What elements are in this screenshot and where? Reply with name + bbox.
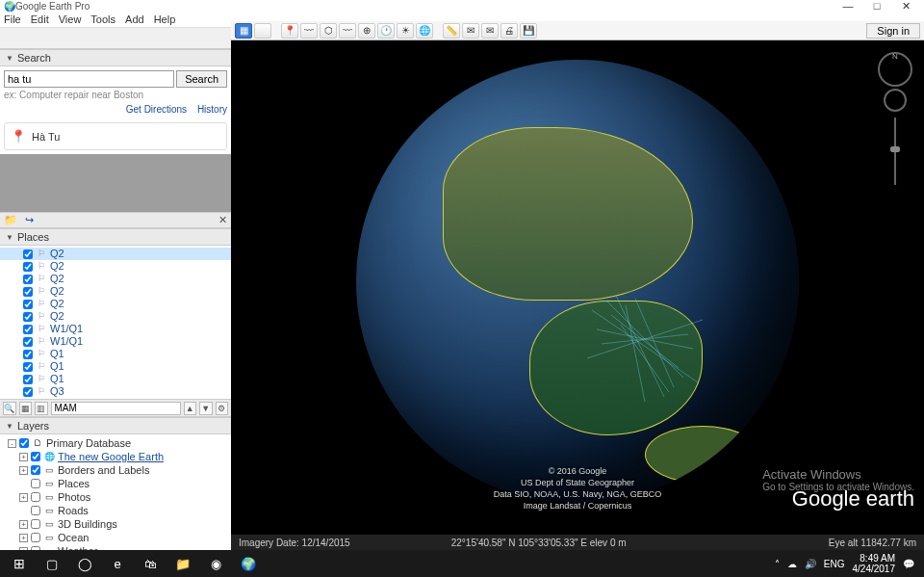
down-button[interactable]: ▼ [199, 402, 213, 415]
menu-help[interactable]: Help [154, 13, 176, 25]
expand-icon[interactable]: - [8, 439, 16, 448]
tray-language[interactable]: ENG [824, 559, 845, 569]
search-panel-header[interactable]: ▼ Search [0, 49, 231, 66]
cortana-icon[interactable]: ◯ [69, 552, 100, 575]
place-checkbox[interactable] [23, 337, 33, 347]
place-checkbox[interactable] [23, 262, 33, 272]
layers-panel-header[interactable]: ▼ Layers [0, 417, 231, 434]
place-checkbox[interactable] [23, 312, 33, 322]
opts-button[interactable]: ⚙ [216, 402, 229, 415]
layer-item[interactable]: +▭Photos [0, 490, 231, 504]
zoom-thumb[interactable] [890, 146, 900, 152]
get-directions-link[interactable]: Get Directions [126, 104, 187, 115]
place-checkbox[interactable] [23, 275, 33, 284]
clear-icon[interactable]: ✕ [218, 214, 227, 226]
layer-checkbox[interactable] [19, 438, 29, 448]
layer-item[interactable]: +▭Ocean [0, 531, 231, 544]
add-path-icon[interactable]: ↪ [25, 214, 34, 226]
layer-item[interactable]: +▭3D Buildings [0, 517, 231, 531]
place-item[interactable]: ⚐Q1 [0, 348, 231, 360]
taskbar-app-explorer[interactable]: 📁 [167, 552, 198, 575]
search-button[interactable]: Search [176, 70, 227, 88]
menu-edit[interactable]: Edit [31, 13, 49, 25]
tray-onedrive-icon[interactable]: ☁ [787, 559, 797, 569]
place-checkbox[interactable] [23, 287, 33, 297]
layer-item[interactable]: -🗋Primary Database [0, 436, 231, 450]
viewport-tool-4[interactable]: ⬡ [320, 23, 337, 39]
search-result[interactable]: 📍 Hà Tu [4, 122, 227, 150]
navigation-widget[interactable]: N [876, 50, 914, 191]
menu-tools[interactable]: Tools [90, 13, 116, 25]
viewport-tool-12[interactable]: ✉ [481, 23, 499, 39]
taskbar-app-edge[interactable]: e [102, 552, 133, 575]
history-link[interactable]: History [197, 104, 227, 115]
tray-volume-icon[interactable]: 🔊 [805, 559, 816, 569]
taskbar-app-chrome[interactable]: ◉ [200, 552, 231, 575]
sign-in-button[interactable]: Sign in [866, 23, 920, 39]
maximize-button[interactable]: □ [862, 0, 891, 12]
expand-icon[interactable]: + [19, 493, 28, 502]
layer-item[interactable]: +▭Borders and Labels [0, 463, 231, 477]
place-checkbox[interactable] [23, 300, 33, 309]
layer-item[interactable]: +🌐The new Google Earth [0, 450, 231, 463]
view-icon[interactable]: ▦ [19, 402, 33, 415]
tray-caret-icon[interactable]: ˄ [775, 559, 780, 569]
place-checkbox[interactable] [23, 249, 33, 259]
viewport-tool-8[interactable]: ☀ [397, 23, 414, 39]
layer-checkbox[interactable] [31, 465, 40, 475]
search-input[interactable] [4, 70, 174, 88]
menu-file[interactable]: File [4, 13, 21, 25]
minimize-button[interactable]: — [834, 0, 862, 12]
place-checkbox[interactable] [23, 362, 33, 372]
places-panel-header[interactable]: ▼ Places [0, 228, 231, 246]
place-item[interactable]: ⚐Q1 [0, 360, 231, 373]
layer-checkbox[interactable] [31, 519, 40, 529]
place-item[interactable]: ⚐Q2 [0, 248, 231, 260]
expand-icon[interactable]: + [19, 534, 28, 542]
menu-add[interactable]: Add [125, 13, 144, 25]
expand-icon[interactable]: + [19, 520, 28, 529]
zoom-slider[interactable] [894, 118, 896, 185]
place-checkbox[interactable] [23, 375, 33, 384]
viewport-tool-10[interactable]: 📏 [443, 23, 460, 39]
look-ring[interactable]: N [878, 52, 912, 87]
layer-label[interactable]: The new Google Earth [58, 451, 164, 462]
map-viewport[interactable]: ▦📍〰⬡〰⊕🕐☀🌐📏✉✉🖨💾Sign in N © 2016 Google US… [231, 21, 924, 550]
search-places-icon[interactable]: 🔍 [3, 402, 16, 415]
place-item[interactable]: ⚐W1/Q1 [0, 323, 231, 335]
viewport-tool-13[interactable]: 🖨 [500, 23, 518, 39]
viewport-tool-6[interactable]: ⊕ [358, 23, 375, 39]
viewport-tool-3[interactable]: 〰 [300, 23, 318, 39]
place-item[interactable]: ⚐Q2 [0, 298, 231, 310]
place-checkbox[interactable] [23, 387, 33, 397]
place-item[interactable]: ⚐Q3 [0, 385, 231, 398]
add-folder-icon[interactable]: 📁 [4, 214, 17, 226]
layer-checkbox[interactable] [31, 533, 40, 542]
viewport-tool-0[interactable]: ▦ [235, 23, 252, 39]
view2-icon[interactable]: ▥ [35, 402, 48, 415]
place-item[interactable]: ⚐Q2 [0, 273, 231, 285]
place-item[interactable]: ⚐Q2 [0, 260, 231, 273]
viewport-tool-2[interactable]: 📍 [281, 23, 298, 39]
layer-item[interactable]: ▭Places [0, 477, 231, 490]
up-button[interactable]: ▲ [184, 402, 197, 415]
system-tray[interactable]: ˄ ☁ 🔊 ENG 8:49 AM 4/24/2017 💬 [775, 553, 920, 574]
place-item[interactable]: ⚐Q2 [0, 310, 231, 323]
place-item[interactable]: ⚐W1/Q1 [0, 335, 231, 348]
expand-icon[interactable]: + [19, 466, 28, 475]
layer-item[interactable]: ▭Roads [0, 504, 231, 517]
windows-taskbar[interactable]: ⊞ ▢ ◯ e 🛍 📁 ◉ 🌍 ˄ ☁ 🔊 ENG 8:49 AM 4/24/2… [0, 550, 924, 577]
close-button[interactable]: ✕ [891, 0, 920, 13]
layer-checkbox[interactable] [31, 506, 40, 515]
layer-checkbox[interactable] [31, 479, 40, 488]
places-filter-input[interactable] [51, 402, 181, 415]
viewport-tool-9[interactable]: 🌐 [416, 23, 433, 39]
place-item[interactable]: ⚐Q2 [0, 285, 231, 298]
start-button[interactable]: ⊞ [4, 552, 35, 575]
taskbar-app-store[interactable]: 🛍 [135, 552, 166, 575]
place-checkbox[interactable] [23, 350, 33, 359]
menu-view[interactable]: View [59, 13, 82, 25]
viewport-tool-7[interactable]: 🕐 [377, 23, 395, 39]
taskbar-app-earth[interactable]: 🌍 [233, 552, 264, 575]
globe[interactable] [356, 60, 799, 503]
